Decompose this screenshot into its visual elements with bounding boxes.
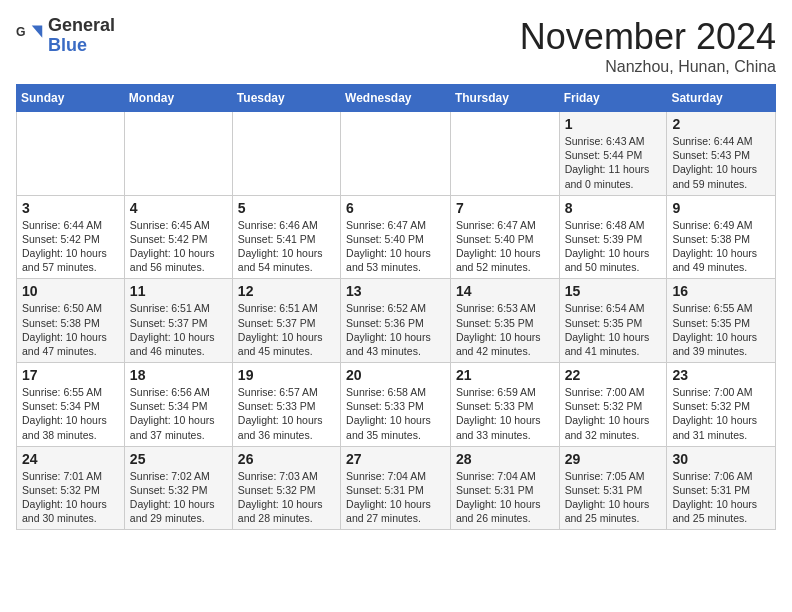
header: G General Blue November 2024 Nanzhou, Hu… bbox=[16, 16, 776, 76]
day-info: Sunrise: 6:59 AMSunset: 5:33 PMDaylight:… bbox=[456, 385, 554, 442]
day-info: Sunrise: 6:55 AMSunset: 5:35 PMDaylight:… bbox=[672, 301, 770, 358]
calendar-cell: 14Sunrise: 6:53 AMSunset: 5:35 PMDayligh… bbox=[450, 279, 559, 363]
weekday-header-thursday: Thursday bbox=[450, 85, 559, 112]
calendar-cell: 16Sunrise: 6:55 AMSunset: 5:35 PMDayligh… bbox=[667, 279, 776, 363]
day-info: Sunrise: 7:01 AMSunset: 5:32 PMDaylight:… bbox=[22, 469, 119, 526]
day-info: Sunrise: 6:49 AMSunset: 5:38 PMDaylight:… bbox=[672, 218, 770, 275]
calendar-cell: 3Sunrise: 6:44 AMSunset: 5:42 PMDaylight… bbox=[17, 195, 125, 279]
day-info: Sunrise: 6:52 AMSunset: 5:36 PMDaylight:… bbox=[346, 301, 445, 358]
day-number: 26 bbox=[238, 451, 335, 467]
calendar-cell: 11Sunrise: 6:51 AMSunset: 5:37 PMDayligh… bbox=[124, 279, 232, 363]
day-info: Sunrise: 7:04 AMSunset: 5:31 PMDaylight:… bbox=[346, 469, 445, 526]
svg-marker-1 bbox=[32, 25, 43, 37]
day-info: Sunrise: 7:05 AMSunset: 5:31 PMDaylight:… bbox=[565, 469, 662, 526]
calendar-cell: 24Sunrise: 7:01 AMSunset: 5:32 PMDayligh… bbox=[17, 446, 125, 530]
day-info: Sunrise: 6:47 AMSunset: 5:40 PMDaylight:… bbox=[346, 218, 445, 275]
calendar-cell: 15Sunrise: 6:54 AMSunset: 5:35 PMDayligh… bbox=[559, 279, 667, 363]
calendar-cell: 28Sunrise: 7:04 AMSunset: 5:31 PMDayligh… bbox=[450, 446, 559, 530]
week-row-3: 10Sunrise: 6:50 AMSunset: 5:38 PMDayligh… bbox=[17, 279, 776, 363]
day-number: 16 bbox=[672, 283, 770, 299]
day-number: 28 bbox=[456, 451, 554, 467]
calendar-cell bbox=[17, 112, 125, 196]
day-info: Sunrise: 6:53 AMSunset: 5:35 PMDaylight:… bbox=[456, 301, 554, 358]
calendar-cell: 20Sunrise: 6:58 AMSunset: 5:33 PMDayligh… bbox=[341, 363, 451, 447]
calendar-cell: 4Sunrise: 6:45 AMSunset: 5:42 PMDaylight… bbox=[124, 195, 232, 279]
weekday-header-monday: Monday bbox=[124, 85, 232, 112]
day-info: Sunrise: 6:46 AMSunset: 5:41 PMDaylight:… bbox=[238, 218, 335, 275]
day-number: 13 bbox=[346, 283, 445, 299]
day-info: Sunrise: 7:02 AMSunset: 5:32 PMDaylight:… bbox=[130, 469, 227, 526]
day-info: Sunrise: 6:54 AMSunset: 5:35 PMDaylight:… bbox=[565, 301, 662, 358]
day-number: 17 bbox=[22, 367, 119, 383]
calendar-cell: 6Sunrise: 6:47 AMSunset: 5:40 PMDaylight… bbox=[341, 195, 451, 279]
calendar-cell: 22Sunrise: 7:00 AMSunset: 5:32 PMDayligh… bbox=[559, 363, 667, 447]
week-row-4: 17Sunrise: 6:55 AMSunset: 5:34 PMDayligh… bbox=[17, 363, 776, 447]
day-info: Sunrise: 7:04 AMSunset: 5:31 PMDaylight:… bbox=[456, 469, 554, 526]
calendar-cell: 8Sunrise: 6:48 AMSunset: 5:39 PMDaylight… bbox=[559, 195, 667, 279]
weekday-header-row: SundayMondayTuesdayWednesdayThursdayFrid… bbox=[17, 85, 776, 112]
day-number: 7 bbox=[456, 200, 554, 216]
day-number: 3 bbox=[22, 200, 119, 216]
day-info: Sunrise: 6:58 AMSunset: 5:33 PMDaylight:… bbox=[346, 385, 445, 442]
calendar-cell: 1Sunrise: 6:43 AMSunset: 5:44 PMDaylight… bbox=[559, 112, 667, 196]
day-number: 2 bbox=[672, 116, 770, 132]
calendar-cell: 27Sunrise: 7:04 AMSunset: 5:31 PMDayligh… bbox=[341, 446, 451, 530]
logo-icon: G bbox=[16, 22, 44, 50]
day-info: Sunrise: 6:48 AMSunset: 5:39 PMDaylight:… bbox=[565, 218, 662, 275]
day-number: 20 bbox=[346, 367, 445, 383]
calendar-table: SundayMondayTuesdayWednesdayThursdayFrid… bbox=[16, 84, 776, 530]
day-number: 25 bbox=[130, 451, 227, 467]
day-number: 11 bbox=[130, 283, 227, 299]
day-number: 18 bbox=[130, 367, 227, 383]
calendar-cell: 18Sunrise: 6:56 AMSunset: 5:34 PMDayligh… bbox=[124, 363, 232, 447]
calendar-cell: 17Sunrise: 6:55 AMSunset: 5:34 PMDayligh… bbox=[17, 363, 125, 447]
weekday-header-wednesday: Wednesday bbox=[341, 85, 451, 112]
week-row-1: 1Sunrise: 6:43 AMSunset: 5:44 PMDaylight… bbox=[17, 112, 776, 196]
weekday-header-tuesday: Tuesday bbox=[232, 85, 340, 112]
day-info: Sunrise: 6:51 AMSunset: 5:37 PMDaylight:… bbox=[238, 301, 335, 358]
day-number: 30 bbox=[672, 451, 770, 467]
calendar-cell: 2Sunrise: 6:44 AMSunset: 5:43 PMDaylight… bbox=[667, 112, 776, 196]
day-info: Sunrise: 6:44 AMSunset: 5:43 PMDaylight:… bbox=[672, 134, 770, 191]
day-number: 4 bbox=[130, 200, 227, 216]
calendar-cell: 26Sunrise: 7:03 AMSunset: 5:32 PMDayligh… bbox=[232, 446, 340, 530]
calendar-cell: 7Sunrise: 6:47 AMSunset: 5:40 PMDaylight… bbox=[450, 195, 559, 279]
day-info: Sunrise: 6:50 AMSunset: 5:38 PMDaylight:… bbox=[22, 301, 119, 358]
calendar-cell bbox=[341, 112, 451, 196]
logo-blue: Blue bbox=[48, 35, 87, 55]
calendar-cell bbox=[232, 112, 340, 196]
calendar-cell bbox=[124, 112, 232, 196]
day-number: 24 bbox=[22, 451, 119, 467]
day-info: Sunrise: 7:06 AMSunset: 5:31 PMDaylight:… bbox=[672, 469, 770, 526]
day-info: Sunrise: 7:00 AMSunset: 5:32 PMDaylight:… bbox=[672, 385, 770, 442]
logo: G General Blue bbox=[16, 16, 115, 56]
logo-text: General Blue bbox=[48, 16, 115, 56]
day-info: Sunrise: 6:43 AMSunset: 5:44 PMDaylight:… bbox=[565, 134, 662, 191]
day-number: 10 bbox=[22, 283, 119, 299]
day-info: Sunrise: 6:47 AMSunset: 5:40 PMDaylight:… bbox=[456, 218, 554, 275]
day-number: 8 bbox=[565, 200, 662, 216]
week-row-2: 3Sunrise: 6:44 AMSunset: 5:42 PMDaylight… bbox=[17, 195, 776, 279]
weekday-header-friday: Friday bbox=[559, 85, 667, 112]
day-number: 21 bbox=[456, 367, 554, 383]
svg-text:G: G bbox=[16, 25, 26, 39]
day-info: Sunrise: 6:45 AMSunset: 5:42 PMDaylight:… bbox=[130, 218, 227, 275]
day-number: 1 bbox=[565, 116, 662, 132]
day-number: 15 bbox=[565, 283, 662, 299]
day-number: 9 bbox=[672, 200, 770, 216]
week-row-5: 24Sunrise: 7:01 AMSunset: 5:32 PMDayligh… bbox=[17, 446, 776, 530]
day-info: Sunrise: 6:51 AMSunset: 5:37 PMDaylight:… bbox=[130, 301, 227, 358]
day-number: 23 bbox=[672, 367, 770, 383]
calendar-cell: 9Sunrise: 6:49 AMSunset: 5:38 PMDaylight… bbox=[667, 195, 776, 279]
day-info: Sunrise: 6:56 AMSunset: 5:34 PMDaylight:… bbox=[130, 385, 227, 442]
location-subtitle: Nanzhou, Hunan, China bbox=[520, 58, 776, 76]
day-number: 29 bbox=[565, 451, 662, 467]
day-info: Sunrise: 6:57 AMSunset: 5:33 PMDaylight:… bbox=[238, 385, 335, 442]
day-number: 22 bbox=[565, 367, 662, 383]
calendar-cell: 21Sunrise: 6:59 AMSunset: 5:33 PMDayligh… bbox=[450, 363, 559, 447]
calendar-cell: 23Sunrise: 7:00 AMSunset: 5:32 PMDayligh… bbox=[667, 363, 776, 447]
calendar-cell: 30Sunrise: 7:06 AMSunset: 5:31 PMDayligh… bbox=[667, 446, 776, 530]
day-number: 6 bbox=[346, 200, 445, 216]
day-number: 14 bbox=[456, 283, 554, 299]
calendar-cell: 5Sunrise: 6:46 AMSunset: 5:41 PMDaylight… bbox=[232, 195, 340, 279]
